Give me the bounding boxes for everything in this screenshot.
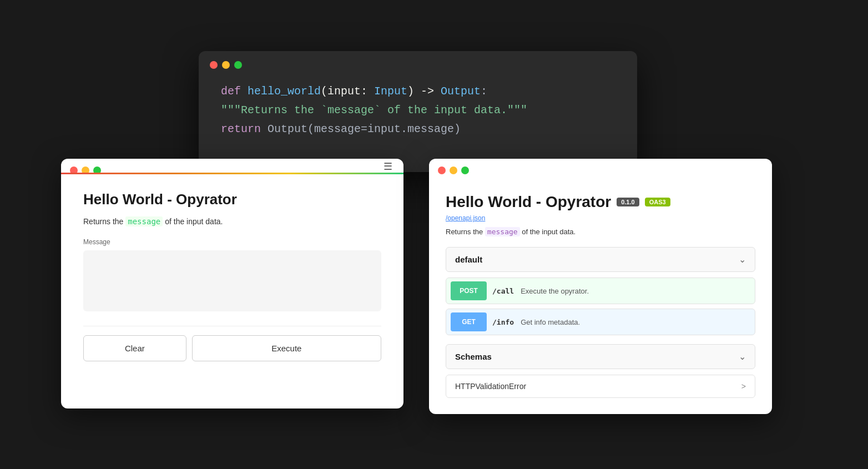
desc-before: Returns the [83,217,125,226]
post-endpoint-desc: Execute the opyrator. [521,287,589,295]
hamburger-icon[interactable]: ☰ [383,160,392,173]
swagger-content: Hello World - Opyrator 0.1.0 OAS3 /opena… [429,182,772,410]
clear-button[interactable]: Clear [83,335,186,361]
swagger-desc-before: Returns the [446,228,485,236]
close-dot[interactable] [210,61,218,69]
schemas-chevron-icon: ⌄ [739,351,746,362]
get-endpoint-row[interactable]: GET /info Get info metadata. [446,309,755,335]
code-paren: (input: [321,85,374,98]
terminal-titlebar [199,51,637,77]
schemas-section: Schemas ⌄ HTTPValidationError > [446,344,755,398]
get-method-badge: GET [451,312,487,331]
schemas-section-title: Schemas [455,352,492,361]
openapi-link[interactable]: /openapi.json [446,214,755,222]
oas-badge: OAS3 [645,198,670,206]
type-input: Input [374,85,407,98]
terminal-window: def hello_world(input: Input) -> Output:… [199,51,637,172]
right-minimize-dot[interactable] [450,167,457,174]
left-description: Returns the message of the input data. [83,217,381,226]
maximize-dot[interactable] [234,61,242,69]
code-colon: : [481,85,487,98]
swagger-title-row: Hello World - Opyrator 0.1.0 OAS3 [446,193,755,211]
chevron-down-icon: ⌄ [739,254,746,265]
right-maximize-dot[interactable] [461,167,469,174]
schema-item[interactable]: HTTPValidationError > [446,375,755,398]
fn-name: hello_world [248,85,321,98]
desc-after: of the input data. [163,217,223,226]
docstring: """Returns the `message` of the input da… [221,104,527,117]
version-badge: 0.1.0 [617,198,639,206]
right-close-dot[interactable] [438,167,446,174]
get-endpoint-desc: Get info metadata. [521,318,580,326]
code-line-1: def hello_world(input: Input) -> Output: [221,82,615,101]
keyword-def: def [221,85,248,98]
default-section-header[interactable]: default ⌄ [446,247,755,272]
swagger-description: Returns the message of the input data. [446,228,755,236]
post-endpoint-path: /call [492,287,514,295]
code-arrow: ) -> [407,85,441,98]
color-bar [61,173,403,174]
left-titlebar: ☰ [61,159,403,174]
swagger-desc-highlight: message [485,227,520,236]
field-label: Message [83,238,381,246]
swagger-desc-after: of the input data. [520,228,576,236]
schema-expand-icon: > [741,382,746,391]
minimize-dot[interactable] [222,61,230,69]
default-section-title: default [455,255,482,264]
left-app-title: Hello World - Opyrator [83,191,381,208]
keyword-return: return [221,123,268,135]
schemas-section-header[interactable]: Schemas ⌄ [446,344,755,369]
message-textarea[interactable] [83,250,381,311]
right-app-window: Hello World - Opyrator 0.1.0 OAS3 /opena… [429,159,772,414]
button-row: Clear Execute [83,326,381,361]
left-app-content: Hello World - Opyrator Returns the messa… [61,174,403,372]
type-output: Output [441,85,481,98]
post-method-badge: POST [451,281,487,300]
desc-highlight: message [125,216,163,226]
post-endpoint-row[interactable]: POST /call Execute the opyrator. [446,278,755,304]
code-block: def hello_world(input: Input) -> Output:… [199,77,637,150]
return-expr: Output(message=input.message) [268,123,461,135]
code-line-3: return Output(message=input.message) [221,120,615,139]
schema-name: HTTPValidationError [455,382,526,391]
execute-button[interactable]: Execute [192,335,381,361]
code-line-2: """Returns the `message` of the input da… [221,101,615,120]
right-titlebar [429,159,772,182]
get-endpoint-path: /info [492,318,514,326]
left-app-window: ☰ Hello World - Opyrator Returns the mes… [61,159,403,409]
swagger-title: Hello World - Opyrator [446,193,611,211]
